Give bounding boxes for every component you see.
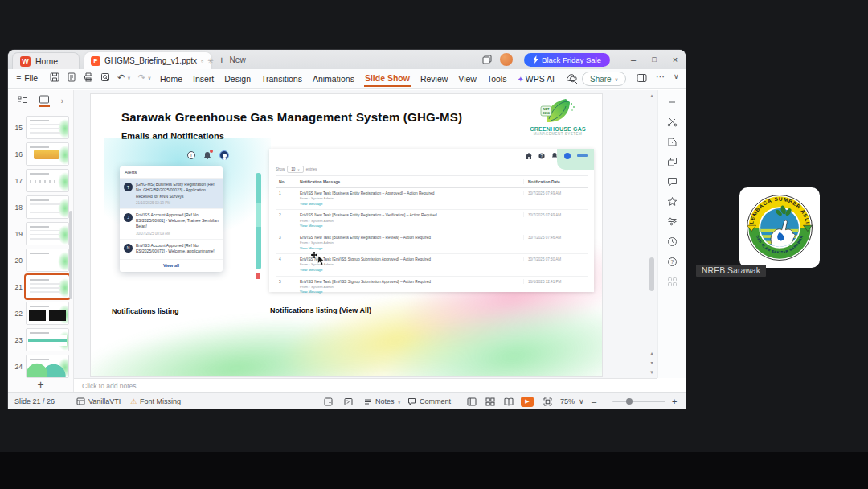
maximize-button[interactable]: □ [644, 55, 665, 64]
thumb-green-blob [58, 331, 69, 351]
table-row[interactable]: 2EnVISS New Task [Business Entity Regist… [276, 210, 588, 232]
slide-number: 18 [10, 203, 23, 212]
cloud-sync-icon[interactable] [566, 73, 577, 82]
slide-thumbnail-20[interactable] [26, 249, 69, 272]
thumbnail-list: 15161718192021222324 [8, 114, 70, 378]
collapse-ribbon-icon[interactable]: ∨ [674, 72, 679, 80]
slide-thumbnail-panel: › 15161718192021222324 + [8, 90, 74, 392]
tab-document[interactable]: P GHGMS_Briefing_v1.pptx ▫ ✳ [84, 52, 211, 69]
thumb-green-blob [58, 199, 69, 218]
thumb-green-blob [58, 119, 69, 138]
comment-pane-icon[interactable] [667, 177, 678, 187]
window-stack-icon[interactable] [482, 55, 492, 64]
zoom-in-button[interactable]: + [672, 393, 677, 409]
collapse-panel-icon[interactable]: › [61, 97, 63, 105]
ghg-ms-logo: NET 2050 GREENHOUSE GAS MANAGEMENT SYSTE… [523, 97, 592, 136]
zoom-out-button[interactable]: – [592, 393, 596, 409]
fit-screen-icon[interactable] [543, 393, 552, 409]
help-icon: ? [538, 153, 545, 159]
slide-thumbnail-24[interactable] [26, 355, 69, 378]
slide-thumbnail-17[interactable] [26, 169, 69, 192]
apps-grid-icon[interactable] [667, 277, 678, 287]
outline-view-icon[interactable] [18, 96, 27, 106]
settings-sliders-icon[interactable] [667, 216, 678, 227]
alert-item[interactable]: JEnVISS Account Approved [Ref No. ES/202… [120, 209, 223, 240]
notes-icon [364, 398, 372, 405]
close-button[interactable]: × [665, 55, 686, 64]
table-row[interactable]: 1EnVISS New Task [Business Entity Regist… [276, 188, 588, 210]
slide-21[interactable]: Sarawak Greenhouse Gas Management System… [90, 93, 603, 377]
slide-number: 15 [10, 124, 23, 132]
more-options-icon[interactable]: ⋯ [656, 72, 665, 82]
unsaved-indicator: ✳ [207, 57, 214, 65]
table-row[interactable]: 5EnVISS New Task [EnVISS Signup Submissi… [276, 277, 588, 298]
zoom-slider-track[interactable] [612, 401, 665, 402]
zoom-slider-knob[interactable] [626, 398, 633, 405]
black-friday-sale-button[interactable]: Black Friday Sale [524, 53, 610, 67]
tab-window-icon[interactable]: ▫ [201, 57, 203, 65]
participant-video-tile[interactable]: LEMBAGA SUMBER ASLI DAN ALAM SEKITAR SAR… [739, 187, 820, 268]
history-clock-icon[interactable] [667, 236, 678, 247]
slide-thumbnail-16[interactable] [26, 142, 69, 166]
normal-view-icon[interactable] [467, 393, 477, 409]
shapes-icon[interactable] [667, 157, 678, 167]
pane-toggle-icon[interactable] [344, 393, 353, 409]
design-styles-icon[interactable] [667, 137, 678, 147]
scroll-up-icon[interactable]: ▲ [647, 93, 657, 98]
slide-view-icon[interactable] [39, 95, 50, 107]
help-circle-icon[interactable]: ? [667, 257, 678, 267]
view-message-link[interactable]: View Message [300, 202, 523, 208]
row-message: EnVISS New Task [EnVISS Signup Submissio… [300, 257, 523, 262]
comment-toggle[interactable]: Comment [407, 393, 451, 409]
task-pane-icon[interactable] [637, 73, 647, 83]
alert-item[interactable]: NEnVISS Account Approved [Ref No. ES/202… [120, 240, 223, 261]
theme-indicator[interactable]: VanillaVTI [76, 393, 121, 409]
next-slide-icon[interactable]: ▾ [647, 360, 657, 365]
slide-thumbnail-18[interactable] [26, 195, 69, 219]
slide-sorter-icon[interactable] [485, 393, 495, 409]
favorites-icon[interactable] [667, 196, 678, 207]
slide-thumbnail-15[interactable] [26, 116, 69, 139]
alert-text: [GHG-MS] Business Entity Registration [R… [136, 182, 219, 199]
row-number: 2 [276, 212, 300, 217]
new-tab-button[interactable]: + New [219, 54, 246, 66]
view-message-link[interactable]: View Message [300, 268, 523, 273]
view-message-link[interactable]: View Message [300, 290, 523, 295]
collapse-sidebar-icon[interactable] [667, 97, 677, 107]
reading-view-icon[interactable] [504, 393, 514, 409]
quick-tools-icon[interactable] [667, 117, 678, 127]
bell-small-icon [551, 152, 558, 159]
slide-thumbnail-21[interactable] [26, 275, 69, 298]
thumbnail-scrollbar[interactable] [69, 211, 72, 299]
view-message-link[interactable]: View Message [300, 224, 523, 229]
canvas-scrollbar[interactable]: ▲ ▴ ▾ ▼ [647, 92, 657, 376]
zoom-dropdown-icon[interactable]: ∨ [579, 393, 584, 409]
slide-thumbnail-19[interactable] [26, 222, 69, 245]
font-missing-warning[interactable]: ⚠ Font Missing [130, 393, 181, 409]
wps-presentation-window: W Home P GHGMS_Briefing_v1.pptx ▫ ✳ + Ne… [8, 50, 686, 409]
tab-home[interactable]: W Home [12, 52, 80, 69]
zoom-level[interactable]: 75% [560, 393, 575, 409]
teal-accent-strips [256, 173, 261, 269]
slide-thumbnail-23[interactable] [26, 328, 69, 351]
slideshow-play-button[interactable]: ▶ [521, 393, 534, 409]
previous-slide-icon[interactable]: ▴ [647, 350, 657, 355]
alert-avatar: N [124, 244, 133, 253]
alert-item[interactable]: T[GHG-MS] Business Entity Registration [… [120, 179, 223, 209]
slide-number: 17 [10, 177, 23, 185]
app-tab-bar: W Home P GHGMS_Briefing_v1.pptx ▫ ✳ + Ne… [8, 50, 686, 69]
minimize-button[interactable]: – [623, 55, 644, 64]
add-slide-button[interactable]: + [37, 378, 43, 391]
scrollbar-thumb[interactable] [649, 257, 654, 291]
account-avatar[interactable] [500, 53, 513, 66]
share-button[interactable]: Share ∨ [582, 72, 626, 86]
task-window-icon[interactable] [324, 393, 333, 409]
slide-thumbnail-22[interactable] [26, 302, 69, 325]
view-message-link[interactable]: View Message [300, 246, 523, 252]
notes-bar[interactable]: Click to add notes [74, 378, 657, 392]
logo-line2: MANAGEMENT SYSTEM [523, 132, 592, 136]
notes-toggle[interactable]: Notes∨ [364, 393, 401, 409]
row-date: 30/7/2025 07:46 AM [523, 235, 588, 240]
scroll-down-icon[interactable]: ▼ [647, 370, 657, 375]
thumbnail-row: 23 [8, 327, 70, 353]
